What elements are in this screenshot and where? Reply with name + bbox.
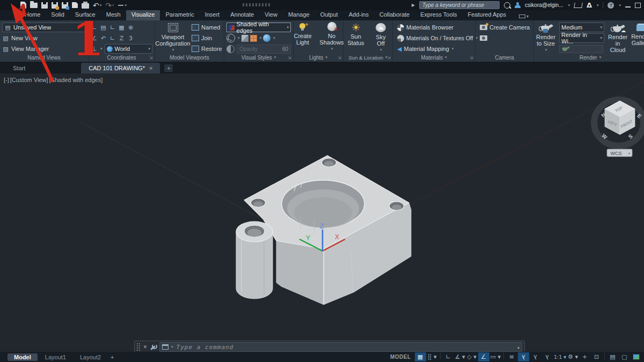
qat-customize-button[interactable]: ▾: [118, 3, 127, 8]
materials-browser-button[interactable]: Materials Browser: [397, 24, 453, 31]
status-icon-object-snap[interactable]: ▭ ▾: [490, 352, 501, 361]
coord-button-ucs-z[interactable]: Z: [118, 35, 125, 42]
save-as-button[interactable]: [52, 2, 58, 9]
signed-in-user[interactable]: csikora@elgin...: [525, 2, 563, 8]
status-icon-sep2[interactable]: [503, 352, 504, 359]
status-icon-isodraft[interactable]: ◇ ▾: [466, 352, 478, 361]
lights-launcher-icon[interactable]: ⇲: [338, 55, 341, 60]
coord-button-ucs-object[interactable]: ∟: [109, 35, 116, 42]
ribbon-tab[interactable]: Mesh: [101, 10, 126, 20]
material-mapping-button[interactable]: ◀ Material Mapping ▾: [397, 46, 453, 53]
command-bar-wrench-icon[interactable]: [150, 344, 157, 351]
coord-button-ucs-origin[interactable]: ∟: [109, 24, 116, 31]
drawing-viewport[interactable]: [-][Custom View][Shaded with edges]: [0, 73, 644, 352]
help-icon[interactable]: ?: [608, 2, 614, 9]
edge-effects-button[interactable]: ▾: [263, 34, 275, 42]
file-tab-start[interactable]: Start: [5, 63, 33, 73]
maximize-button[interactable]: [635, 3, 641, 8]
ribbon-display-toggle[interactable]: ▾: [519, 10, 529, 20]
autodesk-app-icon[interactable]: Δ: [587, 1, 592, 9]
search-icon[interactable]: [504, 2, 510, 9]
create-camera-button[interactable]: Create Camera: [480, 24, 530, 31]
panel-label-materials[interactable]: Materials▾: [393, 54, 475, 61]
status-graphics-performance[interactable]: [631, 352, 642, 361]
render-preset-combobox[interactable]: Medium▾: [559, 23, 604, 32]
status-icon-polar-tracking[interactable]: ∡ ▾: [455, 352, 466, 361]
create-light-button[interactable]: ✳ Create Light: [291, 22, 314, 53]
status-icon-annotation-autoscale[interactable]: λ: [530, 352, 541, 361]
command-bar-close-icon[interactable]: ×: [143, 343, 147, 351]
ribbon-tab[interactable]: Collaborate: [374, 10, 415, 20]
user-menu-caret-icon[interactable]: ▾: [568, 3, 570, 8]
publish-button[interactable]: [72, 2, 78, 8]
show-cameras-button[interactable]: [480, 35, 487, 41]
panel-label-lights[interactable]: Lights▾: [294, 54, 343, 61]
restore-viewports-button[interactable]: Restore: [192, 46, 222, 52]
store-cart-icon[interactable]: [574, 3, 582, 8]
status-icon-ortho[interactable]: ∟: [443, 352, 454, 361]
coord-button-ucs-world[interactable]: ⊕: [127, 24, 134, 31]
visual-style-combobox[interactable]: Shaded with edges ▾: [226, 23, 291, 32]
join-viewports-button[interactable]: Join: [192, 35, 212, 41]
ribbon-tab[interactable]: Output: [315, 10, 343, 20]
export-button[interactable]: [62, 2, 68, 9]
command-bar-grip[interactable]: [137, 343, 141, 351]
search-input[interactable]: [419, 1, 500, 9]
new-drawing-tab-button[interactable]: +: [164, 64, 173, 72]
ribbon-tab[interactable]: Solid: [46, 10, 69, 20]
status-icon-crosshair[interactable]: +: [579, 352, 590, 361]
save-button[interactable]: [41, 2, 48, 9]
coord-button-ucs-view[interactable]: ▦: [118, 24, 125, 31]
status-icon-hardware-acceleration[interactable]: ▤: [607, 352, 618, 361]
command-expand-icon[interactable]: ▴: [517, 345, 519, 350]
sky-off-button[interactable]: ☁ Sky Off ▾: [371, 22, 390, 53]
command-window-icon[interactable]: [162, 344, 169, 350]
coord-button-ucs-3point[interactable]: 3: [127, 35, 134, 42]
ribbon-tab[interactable]: View: [259, 10, 283, 20]
status-icon-sep3[interactable]: [604, 352, 605, 359]
sun-status-button[interactable]: ☀ Sun Status: [346, 22, 366, 53]
ribbon-tab[interactable]: Express Tools: [415, 10, 462, 20]
new-layout-button[interactable]: +: [107, 354, 117, 360]
ribbon-tab[interactable]: Insert: [200, 10, 225, 20]
status-icon-settings-gear[interactable]: ⚙ ▾: [567, 352, 579, 361]
autodesk-caret-icon[interactable]: ▾: [597, 3, 599, 8]
status-icon-sep1[interactable]: [440, 352, 441, 359]
named-viewports-button[interactable]: Named: [192, 24, 220, 31]
print-button[interactable]: [82, 2, 89, 9]
render-to-size-button[interactable]: Render to Size ▾: [536, 22, 555, 53]
close-tab-icon[interactable]: ×: [149, 65, 152, 71]
ribbon-tab[interactable]: Parametric: [160, 10, 199, 20]
render-gallery-button[interactable]: Render Gallery: [631, 22, 644, 53]
view-manager-button[interactable]: ▨ View Manager: [2, 46, 49, 53]
no-shadows-button[interactable]: × No Shadows ▾: [318, 22, 345, 53]
undo-button[interactable]: ↶▾: [93, 2, 101, 9]
minimize-button[interactable]: [625, 6, 631, 8]
panel-label-model-viewports[interactable]: Model Viewports: [155, 54, 224, 61]
ucs-combobox[interactable]: World ▾: [105, 44, 152, 54]
status-icon-osnap-tracking[interactable]: ∠: [478, 352, 489, 361]
ribbon-tab[interactable]: Add-ins: [343, 10, 374, 20]
materials-launcher-icon[interactable]: ⇲: [470, 55, 473, 60]
layout-tab[interactable]: Layout2: [74, 353, 107, 361]
shaded-box-button[interactable]: [241, 35, 248, 42]
panel-label-visual-styles[interactable]: Visual Styles▾: [224, 54, 293, 61]
coordinates-launcher-icon[interactable]: ⇲: [149, 55, 153, 60]
search-expand-icon[interactable]: ▶: [412, 3, 415, 8]
new-view-button[interactable]: ▧ New View: [2, 35, 38, 42]
model-space-label[interactable]: MODEL: [390, 354, 411, 360]
panel-label-camera[interactable]: Camera: [475, 54, 533, 61]
visual-styles-launcher-icon[interactable]: ⇲: [288, 55, 291, 60]
face-style-button[interactable]: ▾: [226, 34, 240, 42]
status-annotation-scale[interactable]: 1:1 ▾: [553, 352, 567, 361]
sun-location-launcher-icon[interactable]: ⇲: [387, 55, 391, 60]
ribbon-tab[interactable]: Annotate: [225, 10, 259, 20]
solid-model[interactable]: [236, 156, 411, 305]
viewport-configuration-button[interactable]: Viewport Configuration ▾: [157, 22, 188, 53]
ribbon-tab[interactable]: Visualize: [126, 10, 160, 20]
render-in-cloud-button[interactable]: ☁ Render in Cloud: [608, 22, 627, 53]
opacity-slider[interactable]: Opacity 60: [237, 45, 291, 54]
textures-button[interactable]: ▾: [250, 35, 262, 42]
undo-caret-icon[interactable]: ▾: [100, 3, 102, 8]
help-caret-icon[interactable]: ▾: [619, 3, 621, 8]
